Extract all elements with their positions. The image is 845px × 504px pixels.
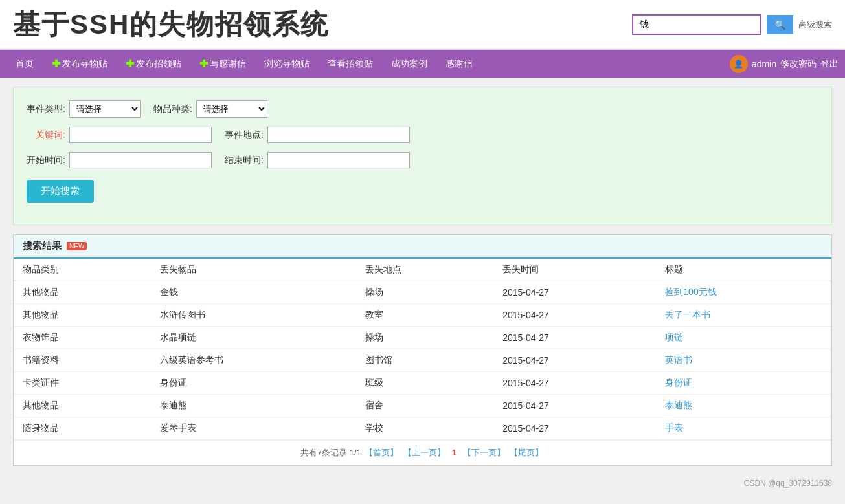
nav-item-view-found[interactable]: 查看招领贴 [319,50,382,78]
table-row: 书籍资料 六级英语参考书 图书馆 2015-04-27 英语书 [14,349,831,372]
item-type-group: 物品种类: 请选择 其他物品 衣物饰品 书籍资料 卡类证件 随身物品 [153,100,267,118]
title-link[interactable]: 英语书 [665,355,692,365]
location-input[interactable] [267,127,410,143]
nav-label-home: 首页 [16,58,34,70]
cell-title[interactable]: 泰迪熊 [656,395,831,417]
cell-title[interactable]: 丢了一本书 [656,304,831,327]
pagination-first[interactable]: 【首页】 [365,448,398,457]
cell-item: 水浒传图书 [151,304,357,327]
col-header-title: 标题 [656,259,831,281]
search-icon-button[interactable]: 🔍 [767,15,793,34]
title-link[interactable]: 项链 [665,332,683,342]
pagination-last[interactable]: 【尾页】 [510,448,543,457]
table-header-row: 物品类别 丢失物品 丢失地点 丢失时间 标题 [14,259,831,281]
cell-item: 金钱 [151,281,357,304]
end-time-group: 结束时间: [225,152,410,168]
cell-item: 泰迪熊 [151,395,357,417]
nav-item-post-lost[interactable]: ✚ 发布寻物贴 [43,50,117,78]
search-button[interactable]: 开始搜索 [27,180,94,203]
cell-title[interactable]: 捡到100元钱 [656,281,831,304]
cell-location: 图书馆 [356,349,493,372]
cell-location: 操场 [356,327,493,349]
keyword-input[interactable] [69,127,212,143]
start-time-input[interactable] [69,152,212,168]
nav-label-post-found: 发布招领贴 [136,58,181,70]
table-row: 其他物品 泰迪熊 宿舍 2015-04-27 泰迪熊 [14,395,831,417]
new-badge: NEW [67,242,87,250]
cell-category: 随身物品 [14,417,151,440]
nav-item-success[interactable]: 成功案例 [382,50,436,78]
cell-item: 爱琴手表 [151,417,357,440]
cell-category: 其他物品 [14,304,151,327]
table-row: 随身物品 爱琴手表 学校 2015-04-27 手表 [14,417,831,440]
cell-item: 六级英语参考书 [151,349,357,372]
cell-title[interactable]: 项链 [656,327,831,349]
form-row-1: 事件类型: 请选择 寻物 招领 物品种类: 请选择 其他物品 衣物饰品 书籍资料… [27,100,818,118]
cell-date: 2015-04-27 [493,372,656,395]
footer: CSDN @qq_3072911638 [0,475,845,492]
nav-item-thank-letter[interactable]: ✚ 写感谢信 [190,50,255,78]
change-password-link[interactable]: 修改密码 [780,58,817,70]
cell-location: 学校 [356,417,493,440]
nav-label-thank-letter: 写感谢信 [210,58,246,70]
advanced-search-link[interactable]: 高级搜索 [798,19,832,30]
cell-title[interactable]: 身份证 [656,372,831,395]
title-link[interactable]: 丢了一本书 [665,309,710,320]
logout-link[interactable]: 登出 [820,58,839,70]
nav-item-home[interactable]: 首页 [6,50,43,78]
pagination: 共有7条记录 1/1 【首页】 【上一页】 1 【下一页】 【尾页】 [14,440,831,465]
results-title: 搜索结果 [23,240,62,252]
username-label: admin [752,59,776,69]
title-link[interactable]: 手表 [665,422,683,433]
nav-plus-icon-2: ✚ [126,58,134,70]
pagination-total: 共有7条记录 1/1 [300,448,361,457]
title-link[interactable]: 身份证 [665,377,692,388]
table-row: 卡类证件 身份证 班级 2015-04-27 身份证 [14,372,831,395]
pagination-prev[interactable]: 【上一页】 [403,448,445,457]
nav-user-area: 👤 admin 修改密码 登出 [730,55,839,73]
start-time-group: 开始时间: [27,152,212,168]
nav-label-success: 成功案例 [391,58,427,70]
cell-item: 身份证 [151,372,357,395]
header: 基于SSH的失物招领系统 🔍 高级搜索 [0,0,845,50]
nav-bar: 首页 ✚ 发布寻物贴 ✚ 发布招领贴 ✚ 写感谢信 浏览寻物贴 查看招领贴 成功… [0,50,845,78]
cell-date: 2015-04-27 [493,349,656,372]
cell-location: 班级 [356,372,493,395]
cell-title[interactable]: 英语书 [656,349,831,372]
nav-item-post-found[interactable]: ✚ 发布招领贴 [117,50,190,78]
keyword-group: 关键词: [27,127,212,143]
cell-category: 其他物品 [14,395,151,417]
event-type-select[interactable]: 请选择 寻物 招领 [69,100,141,118]
item-type-select[interactable]: 请选择 其他物品 衣物饰品 书籍资料 卡类证件 随身物品 [196,100,267,118]
nav-label-view-found: 查看招领贴 [328,58,373,70]
search-input[interactable] [632,14,761,35]
search-form: 事件类型: 请选择 寻物 招领 物品种类: 请选择 其他物品 衣物饰品 书籍资料… [13,87,832,225]
nav-item-thanks[interactable]: 感谢信 [436,50,482,78]
nav-label-thanks: 感谢信 [445,58,473,70]
cell-title[interactable]: 手表 [656,417,831,440]
item-type-label: 物品种类: [153,104,192,115]
site-title: 基于SSH的失物招领系统 [13,6,329,43]
table-row: 衣物饰品 水晶项链 操场 2015-04-27 项链 [14,327,831,349]
cell-category: 其他物品 [14,281,151,304]
title-link[interactable]: 捡到100元钱 [665,287,716,297]
pagination-next[interactable]: 【下一页】 [463,448,505,457]
results-table: 物品类别 丢失物品 丢失地点 丢失时间 标题 其他物品 金钱 操场 2015-0… [14,259,831,440]
end-time-label: 结束时间: [225,155,264,166]
title-link[interactable]: 泰迪熊 [665,400,692,410]
results-container: 搜索结果 NEW 物品类别 丢失物品 丢失地点 丢失时间 标题 其他物品 金钱 … [13,234,832,466]
footer-text: CSDN @qq_3072911638 [744,479,832,488]
cell-date: 2015-04-27 [493,281,656,304]
nav-plus-icon: ✚ [52,58,60,70]
cell-date: 2015-04-27 [493,395,656,417]
col-header-date: 丢失时间 [493,259,656,281]
cell-category: 卡类证件 [14,372,151,395]
nav-item-browse-lost[interactable]: 浏览寻物贴 [255,50,319,78]
cell-location: 操场 [356,281,493,304]
form-row-2: 关键词: 事件地点: [27,127,818,143]
end-time-input[interactable] [267,152,410,168]
event-type-label: 事件类型: [27,104,65,115]
table-body: 其他物品 金钱 操场 2015-04-27 捡到100元钱 其他物品 水浒传图书… [14,281,831,440]
nav-plus-icon-3: ✚ [199,58,208,70]
cell-category: 书籍资料 [14,349,151,372]
